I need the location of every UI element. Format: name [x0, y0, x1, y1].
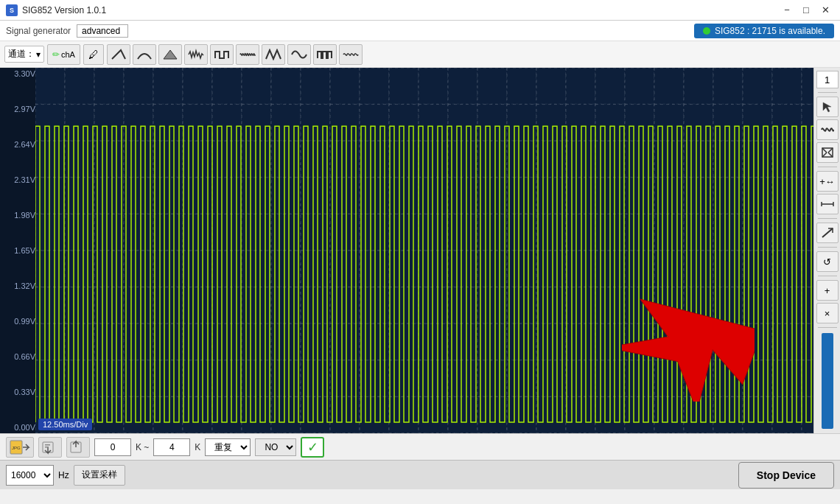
svg-line-46: [822, 148, 827, 153]
setup-sample-btn[interactable]: 设置采样: [74, 465, 125, 486]
y-label-9: 0.33V: [3, 388, 35, 396]
minimize-button[interactable]: −: [778, 3, 796, 18]
zoom-mul-btn[interactable]: ×: [816, 303, 839, 323]
wave-pulse-btn[interactable]: [313, 44, 337, 65]
status-bar-bottom: 16000 Hz 设置采样 Stop Device: [0, 460, 840, 489]
save-btn[interactable]: [66, 437, 90, 458]
channel-label: 通道：: [8, 48, 35, 60]
bottom-toolbar: JPG K ~ K 重复 NO ✓: [0, 433, 840, 460]
chart-area[interactable]: 3.30V 2.97V 2.64V 2.31V 1.98V 1.65V 1.32…: [0, 68, 813, 433]
status-text: SIG852 : 21715 is available.: [715, 26, 825, 36]
app-icon: S: [6, 4, 18, 16]
ok-button[interactable]: ✓: [301, 437, 324, 458]
channel-group[interactable]: 通道： ▾: [4, 46, 44, 63]
wave-type-group: [107, 44, 363, 65]
rt-divider-1: [818, 92, 837, 93]
zoom-fit-btn[interactable]: [816, 142, 839, 163]
highlight-btn[interactable]: 🖊: [83, 44, 104, 65]
zoom-in-h-btn[interactable]: +↔: [816, 171, 839, 192]
refresh-btn[interactable]: ↺: [816, 251, 839, 272]
zoom-plus-btn[interactable]: +: [816, 280, 839, 301]
channel-value: chA: [61, 50, 75, 59]
rt-divider-2: [818, 167, 837, 167]
wave-noise-btn[interactable]: [184, 44, 208, 65]
export-jpg-btn[interactable]: JPG: [6, 437, 34, 458]
y-label-7: 0.99V: [3, 317, 35, 326]
main-content: 3.30V 2.97V 2.64V 2.31V 1.98V 1.65V 1.32…: [0, 68, 840, 433]
signal-generator-label: Signal generator: [6, 26, 71, 36]
y-label-5: 1.65V: [3, 246, 35, 255]
wave-zigzag-btn[interactable]: [262, 44, 285, 65]
rt-divider-6: [818, 327, 837, 328]
y-label-0: 3.30V: [3, 69, 35, 78]
y-label-2: 2.64V: [3, 140, 35, 149]
export-jpg-icon: JPG: [10, 438, 30, 456]
cursor-btn[interactable]: [816, 97, 839, 117]
toolbar: 通道： ▾ ✏ chA 🖊: [0, 41, 840, 68]
y-label-6: 1.32V: [3, 281, 35, 290]
y-label-3: 2.31V: [3, 175, 35, 184]
wave-view-btn[interactable]: [816, 119, 839, 140]
title-bar: S SIG852 Version 1.0.1 − □ ✕: [0, 0, 840, 21]
svg-text:JPG: JPG: [12, 446, 21, 450]
svg-line-53: [822, 228, 833, 237]
rt-scroll[interactable]: [822, 333, 833, 429]
wave-half-sine-btn[interactable]: [133, 44, 156, 65]
stop-device-btn[interactable]: Stop Device: [738, 462, 834, 489]
rt-divider-3: [818, 218, 837, 219]
svg-rect-57: [45, 444, 50, 446]
svg-line-48: [822, 153, 827, 157]
maximize-button[interactable]: □: [797, 3, 815, 18]
hz-label: Hz: [58, 470, 69, 480]
wave-modulated-btn[interactable]: [236, 44, 259, 65]
highlight-icon: 🖊: [88, 49, 99, 60]
diagonal-tool-btn[interactable]: [816, 223, 839, 243]
x-label: 12.50ms/Div: [38, 419, 92, 430]
y-label-10: 0.00V: [3, 423, 35, 432]
wave-square-duty-btn[interactable]: [210, 44, 234, 65]
top-bar: Signal generator advanced SIG852 : 21715…: [0, 21, 840, 41]
status-indicator: SIG852 : 21715 is available.: [694, 24, 834, 38]
y-label-4: 1.98V: [3, 211, 35, 220]
k-value-1[interactable]: [94, 438, 131, 456]
repeat-select[interactable]: 重复: [205, 438, 251, 456]
channel-cha-btn[interactable]: ✏ chA: [47, 44, 80, 65]
close-button[interactable]: ✕: [816, 3, 834, 18]
svg-line-47: [828, 148, 833, 153]
wave-sawtooth-btn[interactable]: [339, 44, 363, 65]
y-label-1: 2.97V: [3, 105, 35, 113]
wave-sine-btn[interactable]: [287, 44, 311, 65]
rt-divider-4: [818, 247, 837, 248]
no-select[interactable]: NO: [255, 438, 296, 456]
pencil-icon: ✏: [52, 49, 60, 60]
y-label-8: 0.66V: [3, 352, 35, 361]
title-bar-left: S SIG852 Version 1.0.1: [6, 4, 106, 16]
load-btn[interactable]: [38, 437, 62, 458]
mode-value: advanced: [77, 24, 128, 38]
y-axis: 3.30V 2.97V 2.64V 2.31V 1.98V 1.65V 1.32…: [0, 68, 35, 433]
waveform-canvas: [35, 68, 813, 433]
right-toolbar: 1 +↔ ↺ + ×: [813, 68, 840, 433]
zoom-out-h-btn[interactable]: [816, 194, 839, 214]
title-bar-controls: − □ ✕: [778, 3, 834, 18]
sample-rate-select[interactable]: 16000: [6, 465, 54, 486]
channel-number: 1: [816, 71, 839, 88]
svg-line-49: [828, 153, 833, 157]
svg-marker-0: [164, 50, 177, 59]
k-value-2[interactable]: [153, 438, 190, 456]
k-tilde-label: K ~: [136, 442, 149, 452]
app-title: SIG852 Version 1.0.1: [22, 5, 106, 15]
status-dot: [703, 27, 710, 35]
wave-triangle-btn[interactable]: [158, 44, 182, 65]
waveform-svg: [35, 68, 813, 433]
rt-divider-5: [818, 276, 837, 276]
wave-ramp-btn[interactable]: [107, 44, 130, 65]
k-label: K: [195, 442, 200, 452]
svg-rect-58: [45, 447, 49, 448]
channel-dropdown-icon: ▾: [36, 49, 41, 60]
